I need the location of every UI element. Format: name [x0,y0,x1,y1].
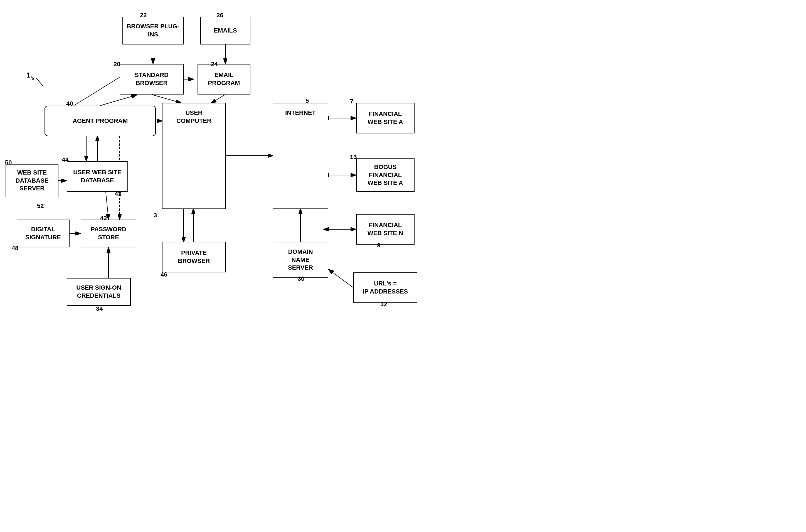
svg-line-6 [152,95,181,103]
lbl-5: 5 [306,97,309,104]
agent-program-label: AGENT PROGRAM [73,117,128,125]
emails-label: EMAILS [214,27,237,35]
user-computer-box: USERCOMPUTER [162,103,226,209]
internet-box: INTERNET [273,103,328,209]
bogus-financial-label: BOGUSFINANCIALWEB SITE A [368,163,403,187]
user-web-site-db-box: USER WEB SITEDATABASE [67,161,128,192]
internet-label: INTERNET [273,109,328,117]
digital-signature-label: DIGITALSIGNATURE [25,225,61,241]
lbl-40: 40 [66,100,73,107]
lbl-52: 52 [37,202,44,210]
password-store-box: PASSWORDSTORE [81,220,136,247]
svg-line-4 [100,95,136,106]
lbl-42: 42 [100,214,107,222]
lbl-20: 20 [113,61,120,68]
web-site-db-server-label: WEB SITEDATABASESERVER [16,169,49,193]
email-program-label: EMAILPROGRAM [208,71,240,87]
urls-ip-label: URL's =IP ADDRESSES [363,280,408,296]
user-computer-label: USERCOMPUTER [163,109,225,125]
user-web-site-db-label: USER WEB SITEDATABASE [73,168,122,184]
lbl-30: 30 [298,275,304,282]
financial-web-a-label: FINANCIALWEB SITE A [368,110,403,126]
emails-box: EMAILS [200,17,251,44]
browser-plugins-box: BROWSER PLUG-INS [123,17,184,44]
urls-ip-box: URL's =IP ADDRESSES [353,272,417,303]
financial-web-n-label: FINANCIALWEB SITE N [368,221,403,237]
agent-program-box: AGENT PROGRAM [44,106,156,136]
lbl-46: 46 [161,271,167,278]
svg-line-8 [212,95,225,103]
lbl-50: 50 [5,159,12,166]
lbl-7: 7 [350,98,353,105]
financial-web-a-box: FINANCIALWEB SITE A [356,103,415,133]
lbl-3: 3 [153,212,157,219]
domain-name-server-box: DOMAINNAMESERVER [273,242,328,278]
lbl-32: 32 [380,301,387,308]
digital-signature-box: DIGITALSIGNATURE [17,220,70,247]
svg-line-26 [36,78,43,86]
financial-web-n-box: FINANCIALWEB SITE N [356,214,415,245]
user-sign-on-label: USER SIGN-ONCREDENTIALS [76,284,121,300]
password-store-label: PASSWORDSTORE [91,225,126,241]
lbl-1-arrow: ↘ [30,75,35,81]
lbl-22: 22 [140,12,147,19]
lbl-43: 43 [115,190,121,197]
browser-plugins-label: BROWSER PLUG-INS [125,22,181,38]
lbl-13: 13 [350,153,357,161]
email-program-box: EMAILPROGRAM [198,64,251,95]
web-site-db-server-box: WEB SITEDATABASESERVER [5,164,58,197]
standard-browser-label: STANDARDBROWSER [135,71,169,87]
lbl-48: 48 [12,245,18,252]
lbl-34: 34 [96,305,103,312]
domain-name-server-label: DOMAINNAMESERVER [288,248,313,272]
svg-line-25 [329,270,353,288]
bogus-financial-box: BOGUSFINANCIALWEB SITE A [356,158,415,192]
user-sign-on-box: USER SIGN-ONCREDENTIALS [67,278,131,306]
lbl-24: 24 [211,61,218,68]
standard-browser-box: STANDARDBROWSER [120,64,184,95]
lbl-26: 26 [217,12,223,19]
private-browser-box: PRIVATEBROWSER [162,242,226,272]
private-browser-label: PRIVATEBROWSER [178,249,210,265]
lbl-44: 44 [62,156,69,164]
lbl-9: 9 [377,242,380,249]
